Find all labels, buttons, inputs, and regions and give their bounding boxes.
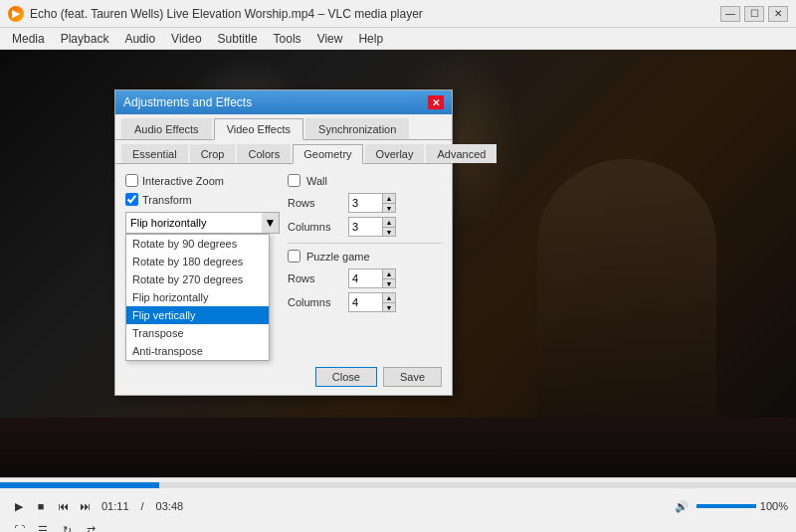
menu-video[interactable]: Video [163, 30, 209, 48]
app-icon: ▶ [8, 6, 24, 22]
puzzle-rows-decrement[interactable]: ▼ [382, 278, 396, 288]
next-button[interactable]: ⏭ [75, 496, 95, 516]
main-layout: Interactive Zoom Transform Flip horizont… [125, 174, 442, 349]
main-tab-bar: Audio Effects Video Effects Synchronizat… [115, 114, 452, 140]
window-controls: — ☐ ✕ [720, 6, 788, 22]
puzzle-cols-row: Columns ▲ ▼ [288, 292, 442, 312]
dropdown-option-5[interactable]: Transpose [126, 324, 269, 342]
window-close-button[interactable]: ✕ [768, 6, 788, 22]
puzzle-rows-input: ▲ ▼ [348, 268, 393, 288]
bottom-controls: ▶ ■ ⏮ ⏭ 01:11 / 03:48 🔊 100% ⛶ ☰ ↻ ⇄ [0, 477, 796, 532]
puzzle-rows-value[interactable] [352, 272, 382, 284]
wall-cols-decrement[interactable]: ▼ [382, 227, 396, 237]
time-total: 03:48 [156, 500, 184, 512]
wall-cols-increment[interactable]: ▲ [382, 217, 396, 227]
volume-bar[interactable] [696, 504, 756, 508]
wall-cols-label: Columns [288, 221, 342, 233]
dialog-title: Adjustments and Effects [123, 95, 252, 109]
subtab-overlay[interactable]: Overlay [365, 144, 425, 163]
wall-rows-increment[interactable]: ▲ [382, 193, 396, 203]
tab-synchronization[interactable]: Synchronization [305, 118, 409, 139]
puzzle-rows-increment[interactable]: ▲ [382, 268, 396, 278]
puzzle-cols-increment[interactable]: ▲ [382, 292, 396, 302]
volume-area: 🔊 100% [671, 496, 788, 516]
wall-section-row: Wall [288, 174, 442, 187]
shuffle-button[interactable]: ⇄ [81, 520, 100, 532]
puzzle-rows-label: Rows [288, 272, 342, 284]
menu-playback[interactable]: Playback [53, 30, 117, 48]
dialog-content: Interactive Zoom Transform Flip horizont… [115, 164, 452, 359]
wall-cols-value[interactable] [352, 221, 382, 233]
subtab-essential[interactable]: Essential [121, 144, 188, 163]
transform-label: Transform [142, 194, 192, 206]
playlist-button[interactable]: ☰ [33, 520, 53, 532]
transform-dropdown[interactable]: Flip horizontally [125, 212, 270, 234]
wall-cols-input: ▲ ▼ [348, 217, 393, 237]
progress-bar[interactable] [0, 482, 796, 488]
puzzle-rows-row: Rows ▲ ▼ [288, 268, 442, 288]
wall-rows-row: Rows ▲ ▼ [288, 193, 442, 213]
tab-video-effects[interactable]: Video Effects [214, 118, 303, 140]
save-button[interactable]: Save [383, 367, 442, 387]
transform-dropdown-list[interactable]: Rotate by 90 degrees Rotate by 180 degre… [125, 234, 270, 361]
wall-checkbox[interactable] [288, 174, 300, 187]
subtab-advanced[interactable]: Advanced [426, 144, 497, 163]
dropdown-option-3[interactable]: Flip horizontally [126, 288, 269, 306]
wall-label: Wall [306, 175, 327, 187]
maximize-button[interactable]: ☐ [744, 6, 764, 22]
puzzle-cols-input: ▲ ▼ [348, 292, 393, 312]
menu-tools[interactable]: Tools [266, 30, 309, 48]
volume-fill [696, 504, 756, 508]
interactive-zoom-row: Interactive Zoom [125, 174, 280, 187]
dialog-close-button[interactable]: ✕ [428, 95, 444, 109]
menu-audio[interactable]: Audio [116, 30, 163, 48]
menubar: Media Playback Audio Video Subtitle Tool… [0, 28, 796, 50]
dialog-footer: Close Save [115, 359, 452, 395]
menu-subtitle[interactable]: Subtitle [210, 30, 266, 48]
adjustments-effects-dialog: Adjustments and Effects ✕ Audio Effects … [114, 89, 453, 396]
puzzle-checkbox[interactable] [288, 250, 300, 263]
interactive-zoom-label: Interactive Zoom [142, 175, 224, 187]
progress-fill [0, 482, 159, 488]
close-button[interactable]: Close [315, 367, 377, 387]
play-button[interactable]: ▶ [9, 496, 29, 516]
window-title: Echo (feat. Tauren Wells) Live Elevation… [30, 7, 720, 21]
tab-audio-effects[interactable]: Audio Effects [121, 118, 212, 139]
fullscreen-button[interactable]: ⛶ [9, 520, 29, 532]
dropdown-option-1[interactable]: Rotate by 180 degrees [126, 253, 269, 270]
menu-media[interactable]: Media [4, 30, 53, 48]
wall-cols-row: Columns ▲ ▼ [288, 217, 442, 237]
wall-rows-value[interactable] [352, 197, 382, 209]
section-divider [288, 243, 442, 244]
prev-button[interactable]: ⏮ [53, 496, 73, 516]
stop-button[interactable]: ■ [31, 496, 51, 516]
menu-help[interactable]: Help [350, 30, 391, 48]
dropdown-option-6[interactable]: Anti-transpose [126, 342, 269, 360]
menu-view[interactable]: View [309, 30, 351, 48]
minimize-button[interactable]: — [720, 6, 740, 22]
dropdown-option-4[interactable]: Flip vertically [126, 306, 269, 324]
subtab-crop[interactable]: Crop [190, 144, 236, 163]
transform-checkbox[interactable] [125, 193, 138, 206]
volume-label: 100% [760, 500, 788, 512]
wall-rows-decrement[interactable]: ▼ [382, 203, 396, 213]
repeat-button[interactable]: ↻ [57, 520, 77, 532]
puzzle-label: Puzzle game [306, 251, 370, 263]
dropdown-option-2[interactable]: Rotate by 270 degrees [126, 270, 269, 288]
right-column: Wall Rows ▲ ▼ Columns [288, 174, 442, 349]
interactive-zoom-checkbox[interactable] [125, 174, 138, 187]
puzzle-section-row: Puzzle game [288, 250, 442, 263]
subtab-geometry[interactable]: Geometry [293, 144, 362, 164]
playback-controls-row: ▶ ■ ⏮ ⏭ 01:11 / 03:48 🔊 100% [0, 492, 796, 520]
dialog-overlay: Adjustments and Effects ✕ Audio Effects … [0, 50, 796, 477]
subtab-colors[interactable]: Colors [237, 144, 291, 163]
puzzle-cols-decrement[interactable]: ▼ [382, 302, 396, 312]
transform-row: Transform [125, 193, 280, 206]
puzzle-cols-spinners: ▲ ▼ [382, 292, 396, 312]
dropdown-option-0[interactable]: Rotate by 90 degrees [126, 235, 269, 253]
puzzle-cols-value[interactable] [352, 296, 382, 308]
transform-dropdown-wrapper: Flip horizontally ▼ Rotate by 90 degrees… [125, 212, 280, 234]
extra-controls-row: ⛶ ☰ ↻ ⇄ [0, 520, 796, 532]
titlebar: ▶ Echo (feat. Tauren Wells) Live Elevati… [0, 0, 796, 28]
volume-icon[interactable]: 🔊 [672, 496, 692, 516]
